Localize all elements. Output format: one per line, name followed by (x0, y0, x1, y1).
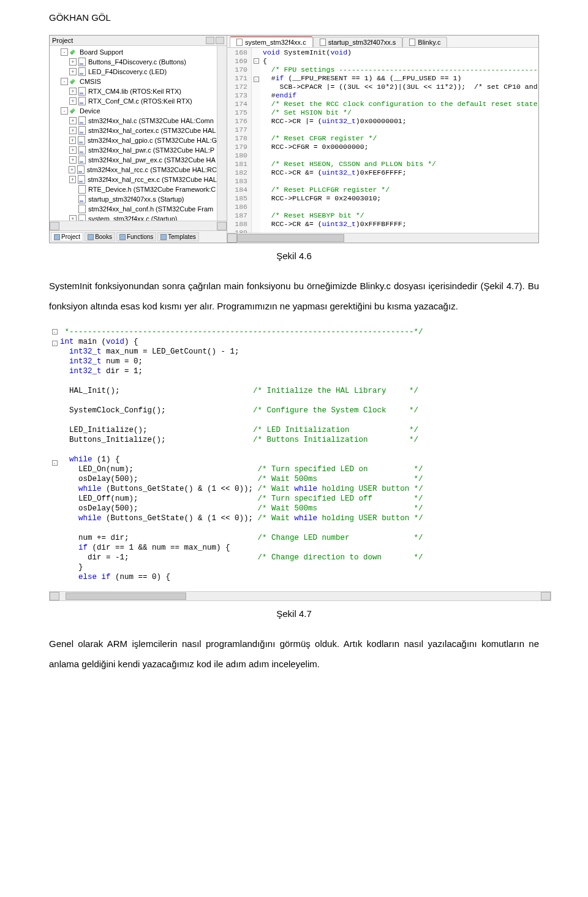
tree-item-label: LED_F4Discovery.c (LED) (88, 68, 167, 75)
code-line[interactable]: /* Reset HSEON, CSSON and PLLON bits */ (263, 160, 538, 168)
tree-expander-icon[interactable]: + (69, 146, 77, 154)
tree-item[interactable]: stm32f4xx_hal_conf.h (STM32Cube Fram (50, 204, 217, 214)
fold-column[interactable]: -- (252, 48, 260, 233)
tree-expander-icon[interactable]: + (69, 166, 76, 173)
code-line: osDelay(500); /* Wait 500ms */ (60, 474, 551, 484)
code-line[interactable]: RCC->CFGR = 0x00000000; (263, 143, 538, 151)
tree-expander-icon[interactable]: - (61, 107, 68, 115)
code-lines[interactable]: void SystemInit(void){ /* FPU settings -… (260, 48, 538, 233)
diamond-icon (70, 108, 75, 113)
panel-tab[interactable]: Functions (116, 232, 156, 241)
ide-window: Project -Board Support+Buttons_F4Discove… (49, 35, 539, 243)
code-line[interactable]: RCC->PLLCFGR = 0x24003010; (263, 194, 538, 203)
tree-item-label: stm32f4xx_hal_cortex.c (STM32Cube HAL (88, 127, 216, 134)
line-number: 180 (227, 151, 247, 160)
tree-expander-icon[interactable]: + (69, 156, 77, 164)
code-figure-scrollbar[interactable] (49, 591, 551, 601)
tree-expander-icon[interactable]: + (69, 137, 77, 144)
tree-item[interactable]: +RTX_CM4.lib (RTOS:Keil RTX) (50, 86, 217, 96)
code-editor[interactable]: 1681691701711721731741751761771781791801… (227, 48, 538, 233)
code-line[interactable]: RCC->CR |= (uint32_t)0x00000001; (263, 117, 538, 126)
scroll-left-icon[interactable] (50, 592, 59, 600)
tree-expander-icon[interactable]: + (69, 88, 77, 95)
scrollbar-thumb[interactable] (66, 592, 186, 600)
editor-scrollbar-horizontal[interactable] (227, 233, 538, 243)
code-line[interactable]: /* Reset HSEBYP bit */ (263, 211, 538, 220)
tree-item[interactable]: +stm32f4xx_hal_gpio.c (STM32Cube HAL:G (50, 135, 217, 145)
tree-item[interactable]: +RTX_Conf_CM.c (RTOS:Keil RTX) (50, 96, 217, 106)
code-line[interactable]: void SystemInit(void) (263, 48, 538, 57)
tree-expander-icon[interactable]: + (69, 127, 77, 134)
panel-tab[interactable]: Project (51, 232, 83, 241)
code-line[interactable] (263, 126, 538, 134)
fold-toggle-icon[interactable]: - (52, 341, 58, 346)
code-line[interactable]: /* FPU settings ------------------------… (263, 66, 538, 74)
tree-item[interactable]: +stm32f4xx_hal_rcc.c (STM32Cube HAL:RC (50, 165, 217, 175)
scrollbar-thumb[interactable] (237, 234, 344, 242)
panel-close-icon[interactable] (216, 37, 224, 44)
tree-expander-icon[interactable]: - (61, 48, 68, 56)
tree-item[interactable]: -CMSIS (50, 77, 217, 86)
tree-item-label: Device (80, 107, 100, 115)
tree-item[interactable]: +system_stm32f4xx.c (Startup) (50, 214, 217, 221)
c-file-icon (78, 58, 86, 66)
tree-item[interactable]: -Device (50, 106, 217, 116)
tree-expander-icon[interactable]: + (69, 176, 77, 183)
code-line[interactable] (263, 203, 538, 211)
tree-item[interactable]: -Board Support (50, 47, 217, 57)
fold-toggle-icon[interactable]: - (52, 460, 58, 466)
project-tree[interactable]: -Board Support+Buttons_F4Discovery.c (Bu… (50, 46, 217, 221)
tree-item[interactable]: +Buttons_F4Discovery.c (Buttons) (50, 57, 217, 67)
fold-toggle-icon[interactable]: - (52, 329, 58, 335)
editor-tab-label: Blinky.c (418, 39, 440, 46)
code-line[interactable]: #if (__FPU_PRESENT == 1) && (__FPU_USED … (263, 74, 538, 83)
scroll-right-icon[interactable] (217, 222, 227, 230)
tree-item[interactable]: +stm32f4xx_hal.c (STM32Cube HAL:Comn (50, 116, 217, 126)
tree-item[interactable]: +stm32f4xx_hal_cortex.c (STM32Cube HAL (50, 126, 217, 135)
tree-expander-icon[interactable]: - (61, 78, 68, 85)
code-line[interactable] (263, 229, 538, 233)
tree-scrollbar-horizontal[interactable] (50, 221, 227, 230)
project-panel-title-bar: Project (50, 36, 227, 46)
editor-tab[interactable]: startup_stm32f407xx.s (313, 37, 403, 47)
code-line[interactable]: RCC->CR &= (uint32_t)0xFFFBFFFF; (263, 220, 538, 229)
tree-item[interactable]: +LED_F4Discovery.c (LED) (50, 67, 217, 77)
scroll-left-icon[interactable] (50, 222, 59, 230)
code-line[interactable]: /* Reset CFGR register */ (263, 134, 538, 143)
tree-expander-icon[interactable]: + (69, 215, 77, 221)
tree-item[interactable]: +stm32f4xx_hal_pwr.c (STM32Cube HAL:P (50, 145, 217, 155)
code-line[interactable] (263, 177, 538, 186)
code-line[interactable] (263, 151, 538, 160)
code-line (60, 396, 551, 406)
fold-toggle-icon[interactable]: - (254, 58, 259, 64)
code-line[interactable]: #endif (263, 91, 538, 100)
tree-item[interactable]: RTE_Device.h (STM32Cube Framework:C (50, 184, 217, 194)
code-line: else if (num == 0) { (60, 572, 551, 582)
tree-expander-icon[interactable]: + (69, 68, 77, 75)
tree-item[interactable]: +stm32f4xx_hal_rcc_ex.c (STM32Cube HAL (50, 175, 217, 184)
line-number: 169 (227, 57, 247, 66)
code-line[interactable]: { (263, 57, 538, 66)
line-number: 178 (227, 134, 247, 143)
code-line[interactable]: /* Set HSION bit */ (263, 108, 538, 117)
code-line[interactable]: RCC->CR &= (uint32_t)0xFEF6FFFF; (263, 168, 538, 177)
scroll-left-icon[interactable] (227, 233, 237, 243)
tree-expander-icon[interactable]: + (69, 58, 77, 66)
tree-scrollbar-vertical[interactable] (217, 46, 227, 221)
fold-toggle-icon[interactable]: - (254, 77, 259, 82)
scroll-right-icon[interactable] (541, 592, 551, 600)
panel-tab-label: Project (61, 233, 80, 240)
tree-item[interactable]: startup_stm32f407xx.s (Startup) (50, 194, 217, 204)
code-line[interactable]: /* Reset PLLCFGR register */ (263, 186, 538, 194)
tree-expander-icon[interactable]: + (69, 117, 77, 124)
tree-expander-icon[interactable]: + (69, 97, 77, 105)
code-line[interactable]: /* Reset the RCC clock configuration to … (263, 100, 538, 108)
panel-pin-icon[interactable] (206, 37, 214, 44)
tree-item[interactable]: +stm32f4xx_hal_pwr_ex.c (STM32Cube HA (50, 155, 217, 165)
panel-tab[interactable]: Templates (157, 232, 199, 241)
editor-tab[interactable]: system_stm32f4xx.c (230, 36, 313, 47)
editor-tab[interactable]: Blinky.c (402, 37, 447, 47)
code-line[interactable]: SCB->CPACR |= ((3UL << 10*2)|(3UL << 11*… (263, 83, 538, 91)
panel-tab[interactable]: Books (85, 232, 115, 241)
fold-column-2[interactable]: --- (49, 327, 60, 588)
